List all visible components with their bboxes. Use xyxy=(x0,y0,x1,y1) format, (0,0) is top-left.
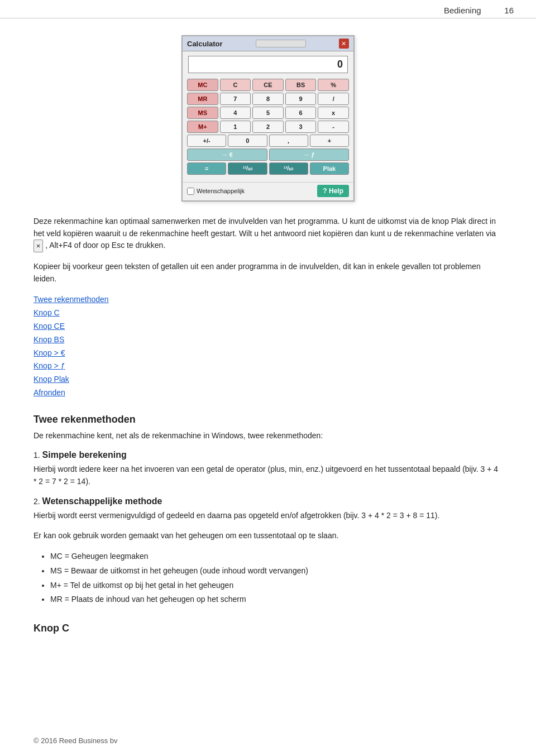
calc-btn-2[interactable]: 2 xyxy=(252,121,284,133)
calc-btn-comma[interactable]: , xyxy=(269,135,308,147)
calc-btn-ms[interactable]: MS xyxy=(187,107,218,119)
subsection2-heading: Wetenschappelijke methode xyxy=(42,496,162,506)
toc-link-knop-c[interactable]: Knop C xyxy=(34,307,502,320)
calc-btn-9[interactable]: 9 xyxy=(285,93,317,105)
list-item-mr: MR = Plaats de inhoud van het geheugen o… xyxy=(50,594,502,606)
intro-text-1: Deze rekenmachine kan optimaal samenwerk… xyxy=(34,217,496,238)
calc-btn-mc[interactable]: MC xyxy=(187,79,218,91)
calc-btn-multiply[interactable]: x xyxy=(318,107,349,119)
calc-btn-round1[interactable]: ¹³/₁₀ xyxy=(228,162,267,175)
list-item-mplus: M+ = Tel de uitkomst op bij het getal in… xyxy=(50,580,502,592)
calc-btn-4[interactable]: 4 xyxy=(220,107,251,119)
calc-btn-equals[interactable]: = xyxy=(187,162,226,175)
toc-link-knop-euro[interactable]: Knop > € xyxy=(34,347,502,360)
page-header: Bediening 16 xyxy=(0,0,536,18)
subsection2-number: 2. xyxy=(34,497,40,506)
calc-btn-6[interactable]: 6 xyxy=(285,107,317,119)
calc-row-3: MS 4 5 6 x xyxy=(187,107,349,119)
calc-row-2: MR 7 8 9 / xyxy=(187,93,349,105)
subsection1: 1. Simpele berekening Hierbij wordt iede… xyxy=(34,450,502,487)
toc-link-afronden[interactable]: Afronden xyxy=(34,386,502,400)
calc-btn-7[interactable]: 7 xyxy=(220,93,251,105)
list-item-ms: MS = Bewaar de uitkomst in het geheugen … xyxy=(50,565,502,577)
toc-link-knop-gulden[interactable]: Knop > ƒ xyxy=(34,360,502,373)
chapter-title: Bediening xyxy=(444,6,481,15)
scientific-checkbox[interactable] xyxy=(187,188,194,195)
calc-btn-plus[interactable]: + xyxy=(310,135,349,147)
calc-title-bar: Calculator ✕ xyxy=(183,36,353,51)
calc-row-7: = ¹³/₁₀ ¹³/₁₀ Plak xyxy=(187,162,349,175)
toc-link-knop-plak[interactable]: Knop Plak xyxy=(34,373,502,386)
subsection2-text2: Er kan ook gebruik worden gemaakt van he… xyxy=(34,530,502,542)
calc-row-6: → € → ƒ xyxy=(187,149,349,161)
subsection1-text: Hierbij wordt iedere keer na het invoere… xyxy=(34,463,502,487)
calc-checkbox-area: Wetenschappelijk xyxy=(187,188,245,195)
memory-list: MC = Geheugen leegmaken MS = Bewaar de u… xyxy=(50,551,502,606)
warning-paragraph: Kopieer bij voorkeur geen teksten of get… xyxy=(34,261,502,285)
subsection2-text1: Hierbij wordt eerst vermenigvuldigd of g… xyxy=(34,510,502,522)
calc-row-1: MC C CE BS % xyxy=(187,79,349,91)
calc-close-button[interactable]: ✕ xyxy=(339,39,349,49)
subsection1-number: 1. xyxy=(34,451,40,460)
main-content: Calculator ✕ 0 MC C CE BS % MR 7 8 9 / xyxy=(0,30,536,661)
help-button[interactable]: ? Help xyxy=(317,185,349,197)
calc-btn-plak[interactable]: Plak xyxy=(310,162,349,175)
calc-btn-ce[interactable]: CE xyxy=(252,79,284,91)
calc-row-5: +/- 0 , + xyxy=(187,135,349,147)
toc-link-twee-rekenmethoden[interactable]: Twee rekenmethoden xyxy=(34,293,502,307)
calc-btn-percent[interactable]: % xyxy=(318,79,349,91)
calc-btn-8[interactable]: 8 xyxy=(252,93,284,105)
calc-title: Calculator xyxy=(187,40,223,48)
calculator-image: Calculator ✕ 0 MC C CE BS % MR 7 8 9 / xyxy=(181,35,355,202)
intro-text-2: , Alt+F4 of door op Esc te drukken. xyxy=(45,241,165,250)
calc-btn-minus[interactable]: - xyxy=(318,121,349,133)
calc-btn-bs[interactable]: BS xyxy=(285,79,317,91)
scientific-label: Wetenschappelijk xyxy=(197,188,245,194)
calc-btn-to-gulden[interactable]: → ƒ xyxy=(269,149,350,161)
calc-btn-negate[interactable]: +/- xyxy=(187,135,226,147)
section1-heading: Twee rekenmethoden xyxy=(34,414,502,425)
calc-title-extra xyxy=(256,40,306,47)
toc-link-knop-bs[interactable]: Knop BS xyxy=(34,333,502,347)
list-item-mc: MC = Geheugen leegmaken xyxy=(50,551,502,563)
page-number: 16 xyxy=(504,6,514,15)
section1-text: De rekenmachine kent, net als de rekenma… xyxy=(34,430,502,442)
calc-row-4: M+ 1 2 3 - xyxy=(187,121,349,133)
warning-text: Kopieer bij voorkeur geen teksten of get… xyxy=(34,262,481,283)
calc-btn-divide[interactable]: / xyxy=(318,93,349,105)
subsection2: 2. Wetenschappelijke methode Hierbij wor… xyxy=(34,496,502,542)
calc-bottom-bar: Wetenschappelijk ? Help xyxy=(183,182,353,200)
calc-buttons: MC C CE BS % MR 7 8 9 / MS 4 5 6 x xyxy=(183,76,353,181)
toc-link-knop-ce[interactable]: Knop CE xyxy=(34,320,502,333)
toc-links: Twee rekenmethoden Knop C Knop CE Knop B… xyxy=(34,293,502,399)
close-keyboard-icon: ✕ xyxy=(34,240,43,252)
footer: © 2016 Reed Business bv xyxy=(34,736,118,745)
calc-btn-mplus[interactable]: M+ xyxy=(187,121,218,133)
calc-btn-c[interactable]: C xyxy=(220,79,251,91)
calc-btn-3[interactable]: 3 xyxy=(285,121,317,133)
subsection1-heading: Simpele berekening xyxy=(42,450,127,460)
calc-display: 0 xyxy=(188,56,348,73)
footer-text: © 2016 Reed Business bv xyxy=(34,736,118,745)
calc-btn-to-euro[interactable]: → € xyxy=(187,149,267,161)
calc-btn-5[interactable]: 5 xyxy=(252,107,284,119)
calc-btn-1[interactable]: 1 xyxy=(220,121,251,133)
knop-c-heading: Knop C xyxy=(34,623,502,634)
calc-btn-mr[interactable]: MR xyxy=(187,93,218,105)
intro-paragraph: Deze rekenmachine kan optimaal samenwerk… xyxy=(34,216,502,252)
calc-btn-0[interactable]: 0 xyxy=(228,135,267,147)
calc-btn-round2[interactable]: ¹³/₁₀ xyxy=(269,162,308,175)
